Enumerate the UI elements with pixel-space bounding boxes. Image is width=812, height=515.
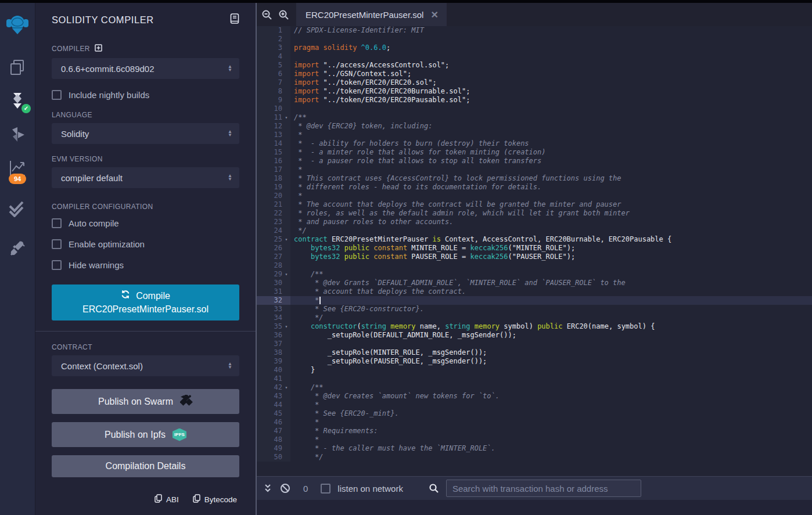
code-line[interactable]: 2 [257, 35, 812, 44]
solidity-compiler-icon[interactable]: ✓ [8, 91, 27, 111]
listen-on-network-checkbox[interactable] [321, 484, 330, 494]
code-line[interactable]: 42▾ /** [257, 383, 812, 392]
code-line[interactable]: 9import "../token/ERC20/ERC20Pausable.so… [257, 96, 812, 105]
fold-arrow-icon[interactable]: ▾ [282, 270, 290, 279]
code-line[interactable]: 17 * [257, 165, 812, 174]
code-line[interactable]: 19 * different roles - head to its docum… [257, 183, 812, 192]
code-line[interactable]: 48 * [257, 435, 812, 444]
code-line[interactable]: 3pragma solidity ^0.6.0; [257, 44, 812, 52]
code-line[interactable]: 14 * - ability for holders to burn (dest… [257, 139, 812, 148]
code-line[interactable]: 32 * [257, 296, 812, 305]
compiler-version-select[interactable]: 0.6.6+commit.6c089d02 ▲▼ [52, 58, 239, 79]
publish-ipfs-button[interactable]: Publish on Ipfs IPFS [52, 422, 239, 447]
code-line[interactable]: 29▾ /** [257, 270, 812, 279]
code-line[interactable]: 35▾ constructor(string memory name, stri… [257, 322, 812, 331]
code-line[interactable]: 22 * roles, as well as the default admin… [257, 209, 812, 218]
code-line[interactable]: 11▾/** [257, 113, 812, 122]
fold-arrow-icon[interactable]: ▾ [282, 322, 290, 331]
line-number: 39 [257, 357, 290, 366]
compile-button[interactable]: Compile ERC20PresetMinterPauser.sol [52, 284, 239, 320]
line-number: 5 [257, 61, 290, 70]
code-line[interactable]: 27 bytes32 public constant PAUSER_ROLE =… [257, 253, 812, 261]
remix-logo[interactable] [5, 11, 30, 37]
language-select[interactable]: Solidity ▲▼ [52, 123, 239, 144]
code-line[interactable]: 38 _setupRole(MINTER_ROLE, _msgSender())… [257, 348, 812, 357]
code-line[interactable]: 36 _setupRole(DEFAULT_ADMIN_ROLE, _msgSe… [257, 331, 812, 340]
code-line[interactable]: 10 [257, 105, 812, 113]
code-line[interactable]: 43 * @dev Creates `amount` new tokens fo… [257, 392, 812, 401]
code-line[interactable]: 30 * @dev Grants `DEFAULT_ADMIN_ROLE`, `… [257, 279, 812, 287]
code-line[interactable]: 40 } [257, 366, 812, 374]
code-text: * [290, 165, 302, 174]
editor-tab[interactable]: ERC20PresetMinterPauser.sol ✕ [296, 3, 447, 26]
code-line[interactable]: 47 * Requirements: [257, 427, 812, 435]
compilation-details-button[interactable]: Compilation Details [52, 455, 239, 477]
code-text: import "../token/ERC20/ERC20.sol"; [290, 78, 437, 87]
code-line[interactable]: 21 * The account that deploys the contra… [257, 200, 812, 209]
file-explorer-icon[interactable] [8, 57, 27, 77]
code-line[interactable]: 26 bytes32 public constant MINTER_ROLE =… [257, 244, 812, 253]
line-number: 43 [257, 392, 290, 401]
auto-compile-checkbox[interactable] [52, 218, 62, 228]
enable-optimization-checkbox[interactable] [52, 239, 62, 249]
fold-arrow-icon[interactable]: ▾ [282, 235, 290, 244]
code-line[interactable]: 12 * @dev {ERC20} token, including: [257, 122, 812, 131]
include-nightly-checkbox[interactable] [52, 90, 62, 100]
code-line[interactable]: 33 * See {ERC20-constructor}. [257, 305, 812, 314]
fold-spacer [282, 87, 290, 96]
code-line[interactable]: 28 [257, 261, 812, 270]
add-custom-compiler-icon[interactable] [95, 44, 102, 54]
zoom-in-icon[interactable] [278, 9, 289, 20]
code-line[interactable]: 16 * - a pauser role that allows to stop… [257, 157, 812, 165]
tab-close-icon[interactable]: ✕ [430, 9, 438, 20]
code-line[interactable]: 13 * [257, 131, 812, 139]
code-line[interactable]: 46 * [257, 418, 812, 427]
code-line[interactable]: 4 [257, 52, 812, 61]
documentation-icon[interactable] [230, 13, 239, 26]
code-line[interactable]: 37 [257, 340, 812, 348]
publish-swarm-button[interactable]: Publish on Swarm [52, 389, 239, 414]
fold-arrow-icon[interactable]: ▾ [282, 113, 290, 122]
line-number: 25▾ [257, 235, 290, 244]
code-line[interactable]: 31 * account that deploys the contract. [257, 287, 812, 296]
line-number: 13 [257, 131, 290, 139]
transaction-search-input[interactable] [446, 480, 641, 497]
code-line[interactable]: 15 * - a minter role that allows for tok… [257, 148, 812, 157]
code-line[interactable]: 34 */ [257, 314, 812, 322]
code-line[interactable]: 25▾contract ERC20PresetMinterPauser is C… [257, 235, 812, 244]
line-number: 10 [257, 105, 290, 113]
copy-abi-button[interactable]: ABI [155, 494, 179, 505]
contract-select[interactable]: Context (Context.sol) ▲▼ [52, 355, 239, 376]
code-editor[interactable]: 1// SPDX-License-Identifier: MIT23pragma… [257, 26, 812, 462]
clear-console-icon[interactable] [280, 483, 290, 494]
code-line[interactable]: 50 */ [257, 453, 812, 462]
code-line[interactable]: 7import "../token/ERC20/ERC20.sol"; [257, 78, 812, 87]
code-line[interactable]: 20 * [257, 192, 812, 200]
hide-warnings-checkbox[interactable] [52, 260, 62, 270]
code-line[interactable]: 23 * and pauser roles to other accounts. [257, 218, 812, 226]
code-line[interactable]: 8import "../token/ERC20/ERC20Burnable.so… [257, 87, 812, 96]
code-line[interactable]: 45 * See {ERC20-_mint}. [257, 409, 812, 418]
line-number: 4 [257, 52, 290, 61]
code-line[interactable]: 39 _setupRole(PAUSER_ROLE, _msgSender())… [257, 357, 812, 366]
code-line[interactable]: 24 */ [257, 226, 812, 235]
code-line[interactable]: 18 * This contract uses {AccessControl} … [257, 174, 812, 183]
terminal-expand-icon[interactable] [264, 484, 272, 493]
deploy-run-icon[interactable] [8, 125, 27, 145]
code-line[interactable]: 49 * - the caller must have the `MINTER_… [257, 444, 812, 453]
code-line[interactable]: 1// SPDX-License-Identifier: MIT [257, 26, 812, 35]
static-analysis-icon[interactable] [8, 199, 27, 219]
code-line[interactable]: 6import "../GSN/Context.sol"; [257, 70, 812, 78]
code-text: * account that deploys the contract. [290, 287, 466, 296]
line-number: 2 [257, 35, 290, 44]
copy-bytecode-button[interactable]: Bytecode [193, 494, 237, 505]
fold-arrow-icon[interactable]: ▾ [282, 383, 290, 392]
plugin-manager-icon[interactable] [8, 239, 27, 258]
code-line[interactable]: 41 [257, 374, 812, 383]
zoom-out-icon[interactable] [261, 9, 272, 20]
code-line[interactable]: 44 * [257, 401, 812, 409]
analytics-icon[interactable]: 94 [8, 159, 27, 178]
code-line[interactable]: 5import "../access/AccessControl.sol"; [257, 61, 812, 70]
evm-version-select[interactable]: compiler default ▲▼ [52, 167, 239, 188]
terminal-output-area[interactable] [257, 500, 812, 515]
